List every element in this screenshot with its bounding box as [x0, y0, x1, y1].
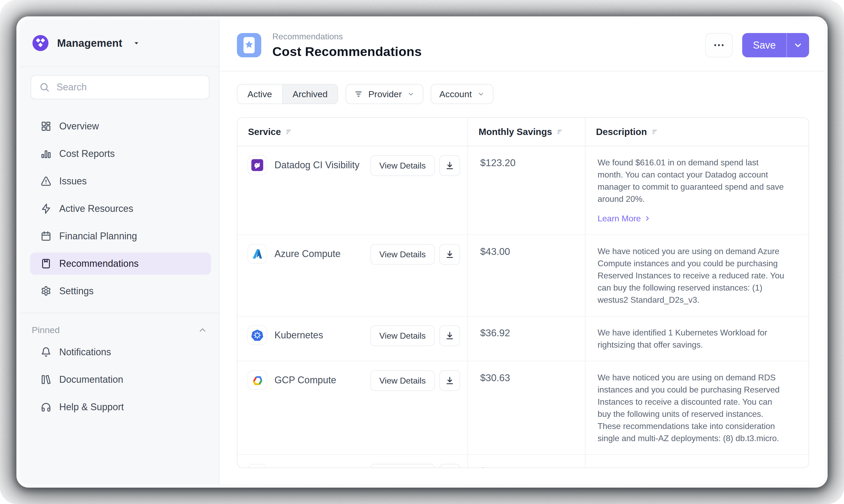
view-details-button[interactable]: View Details — [371, 325, 435, 346]
service-actions: View Details — [371, 155, 460, 176]
monthly-savings-value: $30.63 — [480, 373, 510, 383]
bell-icon — [40, 346, 52, 358]
service-actions: View Details — [371, 244, 460, 265]
sidebar-item-label: Active Resources — [59, 203, 133, 214]
sidebar-item-cost-reports[interactable]: Cost Reports — [30, 143, 211, 165]
sidebar-item-label: Recommendations — [59, 258, 139, 269]
save-button[interactable]: Save — [742, 33, 786, 57]
view-details-button[interactable]: View Details — [371, 155, 435, 176]
table-row-savings-cell: $43.00 — [467, 235, 585, 317]
sidebar-item-label: Settings — [59, 286, 93, 296]
status-segmented-control: Active Archived — [237, 84, 338, 104]
view-details-button[interactable]: View Details — [371, 370, 435, 391]
sidebar-item-label: Overview — [59, 121, 99, 132]
breadcrumb: Recommendations — [272, 32, 422, 41]
learn-more-label: Learn More — [598, 212, 641, 224]
sort-lines-icon — [285, 128, 293, 136]
download-button[interactable] — [440, 370, 460, 391]
download-icon — [445, 330, 455, 341]
sidebar-item-recommendations[interactable]: Recommendations — [30, 253, 211, 275]
monthly-savings-value: $36.92 — [480, 327, 510, 338]
download-icon — [445, 160, 455, 171]
sidebar-item-help-support[interactable]: Help & Support — [30, 396, 211, 418]
description-text: We have identified 1 Kubernetes Workload… — [598, 328, 767, 349]
pinned-label: Pinned — [32, 325, 60, 335]
service-name: GCP Compute — [274, 375, 363, 386]
column-label: Description — [596, 127, 647, 137]
download-button[interactable] — [440, 325, 460, 346]
view-details-button[interactable]: View Details — [371, 464, 435, 468]
table-row-description-cell: These S3 Buckets only contain objects wh… — [585, 455, 809, 468]
star-card-icon — [237, 33, 261, 57]
screenshot-frame: Management OverviewCost ReportsIssuesAct… — [0, 0, 844, 504]
tab-active[interactable]: Active — [238, 85, 282, 104]
service-actions: View Details — [371, 370, 460, 391]
sidebar-item-issues[interactable]: Issues — [30, 170, 211, 192]
dashboard-icon — [40, 121, 52, 132]
table-row-service-cell: Azure ComputeView Details — [238, 235, 467, 317]
service-name: Datadog CI Visibility — [274, 160, 363, 170]
account-filter-button[interactable]: Account — [431, 84, 494, 104]
save-split-button: Save — [742, 33, 809, 57]
view-details-button[interactable]: View Details — [371, 244, 435, 265]
chevron-right-icon — [643, 215, 651, 222]
sort-lines-icon — [556, 128, 564, 136]
column-label: Monthly Savings — [479, 127, 552, 137]
sidebar-item-notifications[interactable]: Notifications — [30, 341, 211, 363]
search-icon — [39, 82, 50, 92]
page-header: Recommendations Cost Recommendations Sav… — [220, 20, 824, 71]
sidebar-item-financial-planning[interactable]: Financial Planning — [30, 225, 211, 247]
sidebar-item-active-resources[interactable]: Active Resources — [30, 198, 211, 220]
column-header-monthly-savings[interactable]: Monthly Savings — [467, 118, 585, 146]
download-button[interactable] — [440, 464, 460, 468]
description-text: We found $616.01 in on demand spend last… — [598, 158, 784, 204]
more-button[interactable] — [705, 33, 733, 57]
bookmark-icon — [40, 258, 52, 269]
sidebar-item-documentation[interactable]: Documentation — [30, 368, 211, 391]
kubernetes-logo — [247, 325, 267, 345]
learn-more-link[interactable]: Learn More — [598, 212, 785, 224]
table-row-description-cell: We found $616.01 in on demand spend last… — [585, 146, 809, 235]
workspace-name: Management — [57, 37, 122, 49]
chevron-up-icon[interactable] — [198, 325, 207, 335]
provider-filter-label: Provider — [368, 89, 402, 99]
tab-archived[interactable]: Archived — [282, 85, 338, 104]
table-row-service-cell: Datadog CI VisibilityView Details — [238, 146, 467, 235]
sidebar-item-label: Notifications — [59, 346, 111, 358]
main-body: Active Archived Provider — [220, 71, 824, 484]
service-name: Azure Compute — [274, 248, 363, 259]
sidebar-item-settings[interactable]: Settings — [30, 280, 211, 302]
filter-row: Active Archived Provider — [237, 84, 809, 104]
download-button[interactable] — [440, 155, 460, 176]
search-input[interactable] — [56, 82, 201, 93]
gear-icon — [40, 285, 52, 297]
azure-logo — [247, 244, 267, 264]
column-header-description[interactable]: Description — [585, 118, 809, 146]
description-text: These S3 Buckets only contain objects wh… — [598, 466, 780, 468]
workspace-switcher[interactable]: Management — [20, 20, 219, 67]
headphones-icon — [40, 401, 52, 413]
recommendations-table: Service Monthly Savings Description — [237, 117, 809, 468]
page-title: Cost Recommendations — [272, 44, 422, 59]
sidebar: Management OverviewCost ReportsIssuesAct… — [20, 20, 220, 484]
sidebar-nav: OverviewCost ReportsIssuesActive Resourc… — [20, 102, 219, 302]
download-button[interactable] — [440, 244, 460, 265]
sidebar-item-label: Financial Planning — [59, 231, 137, 242]
calendar-icon — [40, 230, 52, 242]
table-row-service-cell: KubernetesView Details — [238, 317, 467, 361]
chevron-down-icon — [407, 90, 415, 98]
service-name: Kubernetes — [274, 330, 363, 341]
save-dropdown-button[interactable] — [786, 33, 809, 57]
app-window: Management OverviewCost ReportsIssuesAct… — [16, 16, 828, 488]
filter-icon — [354, 90, 363, 98]
monthly-savings-value: $28.64 — [480, 466, 510, 468]
provider-filter-button[interactable]: Provider — [346, 84, 424, 104]
column-header-service[interactable]: Service — [238, 118, 467, 146]
main-area: Recommendations Cost Recommendations Sav… — [220, 20, 824, 484]
sidebar-item-overview[interactable]: Overview — [30, 115, 211, 137]
table-row-savings-cell: $123.20 — [467, 146, 585, 235]
sidebar-item-label: Help & Support — [59, 401, 124, 413]
monthly-savings-value: $43.00 — [480, 246, 510, 257]
ellipsis-icon — [712, 39, 725, 52]
sidebar-item-label: Cost Reports — [59, 148, 115, 159]
